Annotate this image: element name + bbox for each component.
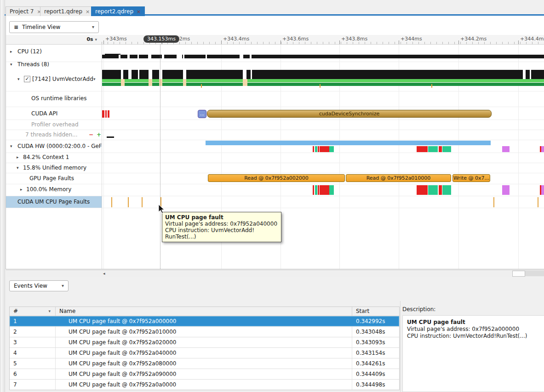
tree-item-cuda-hw[interactable]: ▾CUDA HW (0000:02:00.0 - GeF (6, 141, 102, 151)
description-title: UM CPU page fault (407, 319, 544, 326)
description-panel: UM CPU page fault Virtual page's address… (402, 315, 544, 392)
tree-item-unified-memory[interactable]: ▾15.8% Unified memory (6, 163, 102, 173)
cell-name: UM CPU page fault @ 0x7f952a020000 (56, 337, 352, 347)
tab-report2-active[interactable]: report2.qdrep× (91, 6, 145, 16)
table-row[interactable]: 5UM CPU page fault @ 0x7f952a0800000.344… (10, 358, 399, 369)
tree-item-label: 15.8% Unified memory (23, 163, 86, 173)
events-view-dropdown[interactable]: Events View ▾ (9, 280, 69, 291)
table-row[interactable]: 2UM CPU page fault @ 0x7f952a0100000.343… (10, 327, 399, 337)
description-heading: Description: (402, 306, 435, 312)
window-edge-gutter (0, 0, 5, 392)
column-header-name[interactable]: Name (56, 307, 352, 316)
tooltip-title: UM CPU page fault (165, 214, 278, 221)
expander-arrow-icon[interactable]: ▸ (10, 46, 12, 57)
cell-num: 1 (10, 316, 56, 326)
ruler-tick-label: +344ms (401, 36, 422, 42)
scrollbar-thumb[interactable] (512, 271, 525, 277)
chevron-down-icon: ▾ (62, 281, 64, 291)
ruler-tick-label: +343.4ms (223, 36, 249, 42)
cell-start: 0.343093s (352, 337, 398, 347)
ruler-origin-label: 0s (86, 36, 93, 42)
tree-item-thread-7142[interactable]: ▾✓[7142] UvmVectorAdd▾ (6, 74, 102, 84)
cell-num: 7 (10, 380, 56, 390)
tree-item-label: OS runtime libraries (31, 93, 86, 103)
cell-name: UM CPU page fault @ 0x7f952a000000 (56, 316, 352, 326)
expander-arrow-icon[interactable]: ▸ (20, 184, 23, 194)
tree-item-cuda-api[interactable]: CUDA API (6, 108, 102, 119)
tree-item-profiler-overhead[interactable]: Profiler overhead (6, 119, 102, 130)
cell-num: 6 (10, 369, 56, 379)
chevron-down-icon[interactable]: ▾ (93, 74, 96, 84)
tab-close-icon[interactable]: × (137, 9, 141, 15)
timeline-view-dropdown[interactable]: ≡Timeline View ▾ (9, 21, 99, 33)
expander-arrow-icon[interactable]: ▾ (17, 163, 19, 173)
tree-item-label: [7142] UvmVectorAdd (32, 74, 93, 84)
chevron-down-icon: ▾ (92, 22, 94, 33)
cell-start: 0.344261s (352, 358, 398, 369)
nsight-systems-window: { "tabs": [ {"label": "Project 7", "clos… (0, 0, 544, 392)
ruler-major-tick (103, 40, 104, 44)
tooltip-line: Virtual page's address: 0x7f952a040000 (165, 221, 278, 227)
tree-item-memory[interactable]: ▸100.0% Memory (6, 184, 102, 194)
timeline-view-label: Timeline View (22, 24, 60, 30)
chevron-down-icon[interactable]: ▾ (95, 37, 97, 42)
tree-item-context-1[interactable]: ▸84.2% Context 1 (6, 152, 102, 162)
tree-item-cpu[interactable]: ▸CPU (12) (6, 46, 102, 57)
tree-item-label: CPU (12) (17, 46, 42, 57)
remove-row-icon[interactable]: − (89, 130, 93, 140)
cell-name: UM CPU page fault @ 0x7f952a040000 (56, 348, 352, 358)
table-row[interactable]: 4UM CPU page fault @ 0x7f952a0400000.343… (10, 348, 399, 358)
ruler-tick-label: +343.6ms (282, 36, 309, 42)
ruler-tick-label: +343ms (105, 36, 127, 42)
ruler-major-tick (221, 40, 222, 44)
tab-project[interactable]: Project 7× (6, 6, 46, 16)
ruler-origin-cell: 0s ▾ (6, 35, 102, 45)
tree-item-os-runtime-libraries[interactable]: OS runtime libraries (6, 93, 102, 103)
table-row[interactable]: 3UM CPU page fault @ 0x7f952a0200000.343… (10, 337, 399, 348)
table-row[interactable]: 7UM CPU page fault @ 0x7f952a0a00000.344… (10, 380, 399, 390)
column-header-num[interactable]: #▾ (10, 307, 56, 316)
tab-label: report2.qdrep (95, 8, 133, 15)
scrollbar-track-end (525, 271, 544, 276)
add-row-icon[interactable]: + (97, 130, 101, 140)
timeline-hscrollbar[interactable]: ◂ (6, 270, 544, 277)
cell-start: 0.343048s (352, 327, 398, 337)
cell-num: 4 (10, 348, 56, 358)
scroll-left-icon[interactable]: ◂ (103, 271, 105, 276)
tree-item-label: Profiler overhead (31, 119, 79, 130)
mouse-cursor (158, 204, 165, 214)
table-row[interactable]: 1UM CPU page fault @ 0x7f952a0000000.342… (10, 316, 399, 327)
tree-item-threads-hidden[interactable]: 7 threads hidden...−+ (6, 130, 102, 140)
expander-arrow-icon[interactable]: ▾ (17, 74, 20, 84)
ruler-tick-label: +344.2ms (460, 36, 487, 42)
cell-name: UM CPU page fault @ 0x7f952a0a0000 (56, 380, 352, 390)
tab-report1[interactable]: report1.qdrep× (40, 6, 94, 16)
ruler-major-tick (339, 40, 340, 44)
cell-name: UM CPU page fault @ 0x7f952a090000 (56, 369, 352, 379)
ruler-major-tick (518, 40, 519, 44)
expander-arrow-icon[interactable]: ▸ (17, 152, 19, 162)
cell-start: 0.344498s (352, 380, 398, 390)
tab-label: report1.qdrep (44, 8, 82, 15)
tree-item-gpu-page-faults[interactable]: GPU Page Faults (6, 173, 102, 183)
cell-start: 0.342992s (352, 316, 398, 326)
cell-name: UM CPU page fault @ 0x7f952a010000 (56, 327, 352, 337)
ruler-major-tick (458, 40, 459, 44)
tree-item-label: 7 threads hidden... (25, 130, 77, 140)
cell-start: 0.344409s (352, 369, 398, 379)
column-header-start[interactable]: Start (352, 307, 398, 316)
hamburger-icon: ≡ (14, 24, 18, 30)
ruler-tick-label: +344.4ms (520, 36, 544, 42)
tree-item-threads[interactable]: ▾Threads (8) (6, 59, 102, 69)
expander-arrow-icon[interactable]: ▾ (10, 59, 12, 69)
expander-arrow-icon[interactable]: ▾ (10, 141, 12, 151)
thread-checkbox[interactable]: ✓ (24, 76, 30, 82)
tab-close-icon[interactable]: × (86, 9, 90, 15)
tree-item-cuda-um-cpu-page-faults[interactable]: CUDA UM CPU Page Faults (6, 196, 102, 208)
cell-num: 2 (10, 327, 56, 337)
ruler-major-tick (399, 40, 399, 44)
tree-item-label: Threads (8) (17, 59, 49, 69)
table-row[interactable]: 6UM CPU page fault @ 0x7f952a0900000.344… (10, 369, 399, 380)
description-line: CPU instruction: UvmVectorAdd!RunTest(..… (407, 333, 544, 340)
timeline-ruler[interactable]: +343ms+343.2ms+343.4ms+343.6ms+343.8ms+3… (102, 35, 544, 45)
